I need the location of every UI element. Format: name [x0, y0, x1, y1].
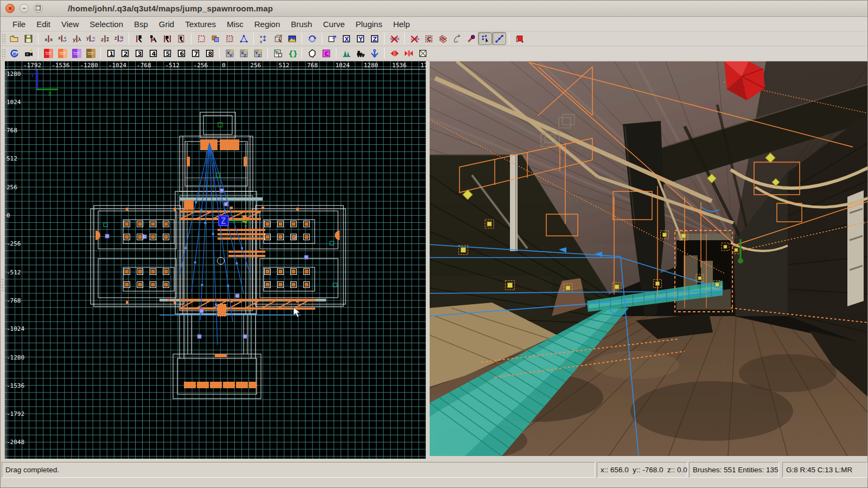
caulk-texture-button[interactable] — [84, 47, 98, 60]
media-camera-button[interactable] — [21, 47, 35, 60]
svg-text:-512: -512 — [165, 62, 180, 69]
svg-text:-1280: -1280 — [7, 354, 24, 361]
x-axis-rotate-button[interactable]: xx — [55, 32, 69, 45]
grid-1-button[interactable]: 1 — [104, 47, 118, 60]
dont-select-curves-button[interactable]: CURVE — [407, 32, 422, 45]
titlebar: × − ❐ /home/john/.q3a/q3ut4/maps/jump_sp… — [1, 1, 867, 17]
caulk-texture-icon — [86, 49, 95, 58]
console-icon — [273, 49, 283, 58]
change-views-icon: xy — [259, 34, 269, 43]
grid-4-icon: 4 — [149, 49, 158, 58]
select-vertices-button[interactable] — [478, 32, 492, 45]
nodraw-texture-button[interactable] — [69, 47, 84, 60]
x-axis-flip-button[interactable]: xx — [41, 32, 55, 45]
csg-hollow-button[interactable] — [194, 32, 208, 45]
save-button[interactable] — [21, 32, 35, 45]
menu-bsp[interactable]: Bsp — [129, 18, 154, 30]
grid-3-button[interactable]: 3 — [132, 47, 146, 60]
axis-indicator: YX — [31, 70, 58, 97]
select-inside-button[interactable] — [174, 32, 188, 45]
grid-7-button[interactable]: 7 — [188, 47, 202, 60]
y-axis-rotate-button[interactable]: y< — [84, 32, 98, 45]
window-title: /home/john/.q3a/q3ut4/maps/jump_spawnroo… — [68, 4, 273, 13]
select-partial-tall-button[interactable] — [160, 32, 174, 45]
minimize-button[interactable]: − — [20, 4, 29, 13]
split-inward-button[interactable] — [387, 47, 401, 60]
svg-text:512: 512 — [7, 155, 17, 162]
select-touching-button[interactable] — [146, 32, 160, 45]
complete-tall-button[interactable] — [132, 32, 146, 45]
patch-bend-button[interactable] — [450, 32, 464, 45]
z-axis-flip-button[interactable]: zΣ — [98, 32, 112, 45]
csg-merge-button[interactable] — [222, 32, 237, 45]
train-button[interactable] — [353, 47, 367, 60]
svg-text:1792: 1792 — [420, 62, 426, 69]
no-texture-button[interactable] — [416, 47, 430, 60]
cap-curve-button[interactable]: C — [319, 47, 333, 60]
patch-drill-button[interactable] — [464, 32, 478, 45]
grid-8-button[interactable]: 8 — [202, 47, 216, 60]
menu-selection[interactable]: Selection — [84, 18, 129, 30]
2d-grid-view[interactable]: -1792-1536-1280-1024-768-512-25602565127… — [5, 61, 426, 459]
svg-text:x: x — [49, 36, 53, 42]
split-outward-button[interactable] — [401, 47, 416, 60]
next-view-button[interactable] — [325, 32, 339, 45]
view-xy-button[interactable]: XY — [222, 47, 237, 60]
toolbar-separator — [38, 48, 39, 59]
view-x-button[interactable]: X — [339, 32, 353, 45]
csg-subtract-button[interactable] — [208, 32, 222, 45]
polygon-button[interactable] — [305, 47, 319, 60]
left-pane-handle[interactable] — [1, 61, 5, 459]
console-button[interactable] — [271, 47, 285, 60]
toolbar-separator — [38, 33, 39, 44]
drop-entity-button[interactable] — [367, 47, 381, 60]
menu-grid[interactable]: Grid — [154, 18, 180, 30]
menu-view[interactable]: View — [56, 18, 84, 30]
menu-plugins[interactable]: Plugins — [350, 18, 387, 30]
menu-misc[interactable]: Misc — [221, 18, 249, 30]
edge-mode-button[interactable] — [492, 32, 506, 45]
texture-lock-button[interactable] — [271, 32, 285, 45]
actorclip-texture-button[interactable] — [41, 47, 55, 60]
toolbar-row-1: xxxxyλy<zΣzNxyXYZMODELCURVEC — [1, 31, 867, 46]
weaponclip-texture-button[interactable] — [55, 47, 69, 60]
menu-region[interactable]: Region — [249, 18, 286, 30]
grid-5-button[interactable]: 5 — [160, 47, 174, 60]
menu-file[interactable]: File — [7, 18, 31, 30]
menu-edit[interactable]: Edit — [31, 18, 56, 30]
dont-select-models-button[interactable]: MODEL — [387, 32, 401, 45]
view-z-icon: Z — [370, 34, 379, 43]
3d-camera-view[interactable] — [430, 61, 868, 455]
view-yz-button[interactable]: YZ — [251, 47, 265, 60]
menu-textures[interactable]: Textures — [180, 18, 221, 30]
change-views-button[interactable]: xy — [257, 32, 271, 45]
patch-weld-button[interactable] — [436, 32, 450, 45]
y-axis-flip-button[interactable]: yλ — [69, 32, 84, 45]
open-button[interactable] — [7, 32, 21, 45]
menu-curve[interactable]: Curve — [317, 18, 350, 30]
regroup-entity-button[interactable]: e — [7, 47, 21, 60]
foliage-button[interactable] — [339, 47, 353, 60]
bounding-box-button[interactable] — [512, 32, 526, 45]
grid-6-button[interactable]: 6 — [174, 47, 188, 60]
view-xz-button[interactable]: XZ — [237, 47, 251, 60]
svg-text:Σ: Σ — [106, 36, 109, 42]
maximize-button[interactable]: ❐ — [34, 4, 43, 13]
view-z-button[interactable]: Z — [367, 32, 381, 45]
view-y-button[interactable]: Y — [353, 32, 367, 45]
next-view-icon — [328, 34, 337, 43]
grid-4-button[interactable]: 4 — [146, 47, 160, 60]
clipper-button[interactable] — [237, 32, 251, 45]
texture-view-button[interactable] — [285, 32, 299, 45]
svg-text:1024: 1024 — [7, 99, 21, 106]
menu-help[interactable]: Help — [388, 18, 416, 30]
grid-2-button[interactable]: 2 — [118, 47, 132, 60]
refresh-button[interactable]: {} — [285, 47, 299, 60]
view-splitter[interactable] — [426, 61, 430, 459]
menu-brush[interactable]: Brush — [285, 18, 317, 30]
view-xy-icon: XY — [225, 49, 234, 58]
close-button[interactable]: × — [5, 4, 15, 13]
cubic-clip-button[interactable] — [305, 32, 319, 45]
patch-cap-button[interactable]: C — [422, 32, 436, 45]
z-axis-rotate-button[interactable]: zN — [112, 32, 126, 45]
